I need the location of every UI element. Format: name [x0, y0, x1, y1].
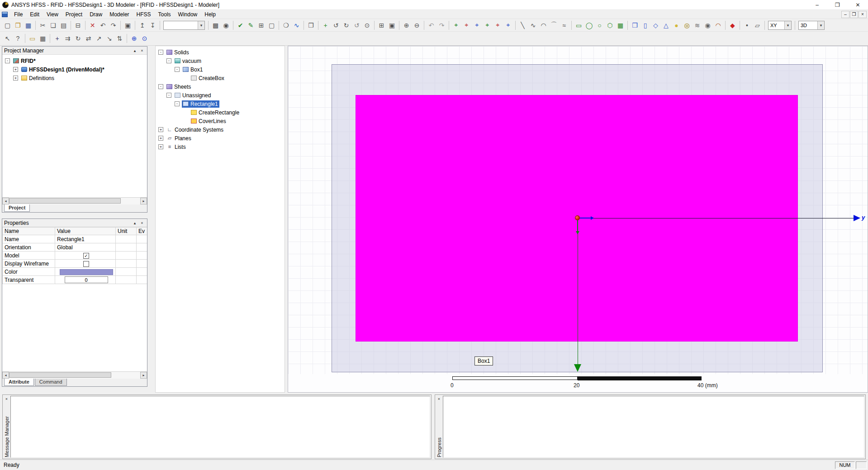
menu-item-view[interactable]: View [43, 10, 62, 19]
draw-point-icon[interactable]: • [742, 20, 752, 30]
open-icon[interactable]: ❐ [13, 20, 23, 30]
close-panel-icon[interactable]: × [139, 220, 145, 226]
view-mode-combo[interactable]: 3D▾ [798, 21, 825, 30]
expand-node-icon[interactable]: + [13, 76, 18, 81]
tree-item-unassigned[interactable]: -Unassigned [156, 91, 285, 100]
draw-line-icon[interactable]: ╲ [517, 20, 528, 30]
collapse-node-icon[interactable]: - [158, 84, 163, 89]
expand-node-icon[interactable]: + [158, 136, 163, 141]
display-wireframe-checkbox[interactable] [83, 261, 89, 267]
tree-item-rectangle1[interactable]: -Rectangle1 [156, 100, 285, 108]
zoom-out-icon[interactable]: ⊖ [412, 20, 422, 30]
copy-image-icon[interactable]: ❐ [306, 20, 316, 30]
save-icon[interactable]: ▦ [23, 20, 33, 30]
close-panel-icon[interactable]: × [4, 396, 9, 402]
previous-selection-icon[interactable]: ↥ [137, 20, 147, 30]
properties-horizontal-scrollbar[interactable]: ◂ ▸ [2, 371, 147, 378]
collapse-node-icon[interactable]: - [175, 101, 180, 106]
fit-all-icon[interactable]: ⊞ [376, 20, 387, 30]
menu-item-window[interactable]: Window [175, 10, 201, 19]
draw-cylinder-icon[interactable]: ▯ [640, 20, 650, 30]
duplicate-around-axis-icon[interactable]: ↻ [73, 33, 83, 43]
model-checkbox[interactable]: ✓ [83, 253, 89, 259]
dropdown-arrow-icon[interactable]: ▾ [817, 21, 824, 29]
draw-circle-icon[interactable]: ○ [594, 20, 605, 30]
draw-regular-polygon-icon[interactable]: ⬡ [605, 20, 615, 30]
active-setup-icon[interactable]: ▩ [210, 20, 221, 30]
expand-node-icon[interactable]: + [13, 67, 18, 72]
rotate-center-icon[interactable]: ↺ [331, 20, 341, 30]
orient-iso-icon[interactable]: ⌖ [451, 20, 461, 30]
redo-icon[interactable]: ↷ [108, 20, 119, 30]
draw-torus-icon[interactable]: ◎ [682, 20, 692, 30]
menu-item-file[interactable]: File [10, 10, 26, 19]
draw-spline-icon[interactable]: ∿ [528, 20, 538, 30]
close-panel-icon[interactable]: × [436, 396, 442, 402]
draw-equation-curve-icon[interactable]: ≈ [559, 20, 569, 30]
boolean-unite-icon[interactable]: ⊕ [129, 33, 139, 43]
duplicate-mirror-icon[interactable]: ⇄ [83, 33, 94, 43]
tree-item-solids[interactable]: -Solids [156, 48, 285, 57]
solve-setup-icon[interactable]: ◉ [221, 20, 231, 30]
plot-icon[interactable]: ∿ [291, 20, 302, 30]
expand-node-icon[interactable]: + [158, 127, 163, 132]
rotate-model-icon[interactable]: ↻ [341, 20, 351, 30]
draw-arc-3point-icon[interactable]: ⌒ [549, 20, 559, 30]
draw-cone-icon[interactable]: △ [661, 20, 671, 30]
modeler-viewport[interactable]: y Box1 0 20 40 (mm) [288, 46, 868, 393]
duplicate-along-line-icon[interactable]: ⇉ [62, 33, 73, 43]
draw-plane-icon[interactable]: ▱ [752, 20, 763, 30]
menu-item-draw[interactable]: Draw [86, 10, 106, 19]
collapse-node-icon[interactable]: - [158, 50, 163, 55]
ruler-icon[interactable]: ▭ [27, 33, 38, 43]
tree-item-coordinate-systems[interactable]: +∟Coordinate Systems [156, 125, 285, 134]
draw-polyhedron-icon[interactable]: ◇ [650, 20, 661, 30]
next-selection-icon[interactable]: ↧ [147, 20, 158, 30]
transparent-field[interactable]: 0 [65, 276, 108, 283]
mdi-restore-button[interactable]: ❐ [850, 11, 858, 18]
dynamic-zoom-icon[interactable]: ⊙ [362, 20, 372, 30]
tree-item-vacuum[interactable]: -vacuum [156, 57, 285, 65]
orient-bottom-icon[interactable]: ⌖ [472, 20, 482, 30]
tree-item-planes[interactable]: +▱Planes [156, 134, 285, 142]
orient-top-icon[interactable]: ⌖ [461, 20, 472, 30]
fit-selection-icon[interactable]: ▣ [387, 20, 397, 30]
view-undo-icon[interactable]: ↶ [426, 20, 436, 30]
collapse-node-icon[interactable]: - [5, 58, 10, 63]
color-swatch[interactable] [60, 269, 113, 275]
minimize-button[interactable]: – [807, 0, 827, 9]
tab-command[interactable]: Command [35, 379, 67, 386]
tree-item-lists[interactable]: +≡Lists [156, 142, 285, 151]
analyze-icon[interactable]: ✎ [246, 20, 256, 30]
menu-item-hfss[interactable]: HFSS [133, 10, 155, 19]
view-redo-icon[interactable]: ↷ [436, 20, 447, 30]
tab-attribute[interactable]: Attribute [4, 379, 34, 386]
scroll-left-button[interactable]: ◂ [2, 198, 9, 204]
menu-item-tools[interactable]: Tools [155, 10, 175, 19]
matrix-data-icon[interactable]: ⊞ [256, 20, 266, 30]
scale-icon[interactable]: ↘ [104, 33, 114, 43]
scroll-thumb[interactable] [9, 198, 121, 204]
dropdown-arrow-icon[interactable]: ▾ [784, 21, 791, 29]
align-icon[interactable]: ⇅ [114, 33, 125, 43]
tree-item-createbox[interactable]: CreateBox [156, 74, 285, 82]
validate-icon[interactable]: ✔ [235, 20, 246, 30]
selection-combo[interactable]: ▾ [163, 21, 205, 30]
property-value-orientation[interactable]: Global [55, 243, 116, 252]
restore-button[interactable]: ❐ [827, 0, 848, 9]
dropdown-arrow-icon[interactable]: ▾ [198, 21, 204, 29]
tree-item-hfssdesign1-drivenmodal[interactable]: +HFSSDesign1 (DrivenModal)* [2, 65, 147, 74]
menu-item-edit[interactable]: Edit [26, 10, 43, 19]
orient-left-icon[interactable]: ⌖ [482, 20, 493, 30]
mdi-close-button[interactable]: × [859, 11, 867, 18]
rotate-screen-icon[interactable]: ↺ [351, 20, 362, 30]
draw-equation-surface-icon[interactable]: ▦ [615, 20, 626, 30]
collapse-node-icon[interactable]: - [166, 93, 171, 98]
mdi-minimize-button[interactable]: – [841, 11, 849, 18]
cut-icon[interactable]: ✂ [38, 20, 48, 30]
scroll-right-button[interactable]: ▸ [140, 198, 147, 204]
draw-arc-center-icon[interactable]: ◠ [538, 20, 549, 30]
context-help-icon[interactable]: ? [13, 33, 23, 43]
report-icon[interactable]: ▢ [266, 20, 277, 30]
zoom-in-icon[interactable]: ⊕ [401, 20, 412, 30]
